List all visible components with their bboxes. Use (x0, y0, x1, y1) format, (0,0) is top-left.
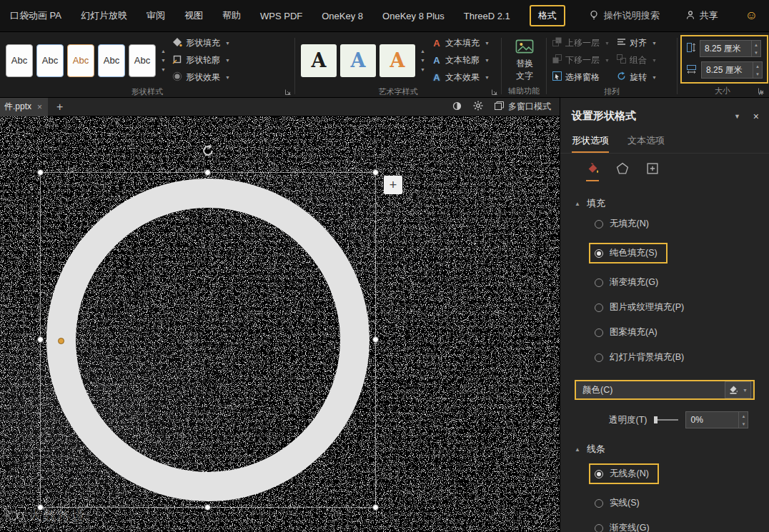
fill-section-header[interactable]: ▲ 填充 (575, 197, 769, 210)
send-backward-button[interactable]: 下移一层 ▼ (552, 53, 610, 67)
slide-canvas[interactable]: + 大数跨境 (0, 116, 560, 532)
shape-effects-button[interactable]: 形状效果 ▼ (170, 70, 232, 85)
theme-skin-icon[interactable] (452, 101, 462, 113)
watermark-logo-icon (4, 506, 24, 525)
transparency-slider[interactable] (654, 419, 678, 421)
align-button[interactable]: 对齐 ▼ (617, 36, 657, 50)
transparency-input[interactable]: 0% ▲▼ (685, 411, 748, 428)
resize-handle-middle-left[interactable] (37, 336, 44, 343)
shape-width-value: 8.25 厘米 (702, 62, 753, 78)
radio-unselected-icon (595, 278, 603, 287)
text-outline-button[interactable]: A 文本轮廓 ▼ (430, 53, 492, 68)
shape-style-tile[interactable]: Abc (36, 44, 64, 77)
gallery-down-icon[interactable]: ▼ (161, 58, 166, 64)
arrange-group-label: 排列 (604, 86, 620, 97)
resize-handle-bottom-center[interactable] (204, 504, 211, 511)
resize-handle-top-right[interactable] (372, 169, 379, 176)
menu-review[interactable]: 审阅 (147, 9, 165, 22)
panel-title: 设置形状格式 (572, 109, 723, 123)
resize-handle-top-left[interactable] (37, 169, 44, 176)
dialog-launcher-icon[interactable] (492, 88, 497, 96)
wordart-tile[interactable]: A (301, 44, 337, 77)
spin-up-icon[interactable]: ▲ (753, 62, 762, 70)
group-button[interactable]: 组合 ▼ (617, 53, 657, 67)
menu-threed[interactable]: ThreeD 2.1 (464, 11, 510, 21)
panel-dropdown-icon[interactable]: ▼ (734, 113, 740, 120)
line-option-gradient[interactable]: 渐变线(G) (595, 522, 769, 532)
smiley-feedback-icon[interactable]: ☺ (745, 9, 758, 23)
fill-option-slide-background[interactable]: 幻灯片背景填充(B) (595, 351, 769, 363)
menu-onekey8plus[interactable]: OneKey 8 Plus (382, 11, 445, 21)
line-option-solid[interactable]: 实线(S) (595, 497, 769, 509)
menu-view[interactable]: 视图 (184, 9, 203, 22)
line-section-header[interactable]: ▲ 线条 (575, 443, 769, 456)
menu-slideshow[interactable]: 幻灯片放映 (81, 9, 127, 22)
gallery-up-icon[interactable]: ▲ (161, 49, 166, 54)
close-tab-icon[interactable]: × (37, 102, 42, 112)
shape-width-input[interactable]: 8.25 厘米 ▲▼ (701, 61, 763, 79)
spin-up-icon[interactable]: ▲ (739, 412, 748, 420)
resize-handle-top-center[interactable] (204, 169, 211, 176)
multi-window-toggle[interactable]: 多窗口模式 (495, 101, 551, 113)
wordart-tile[interactable]: A (379, 44, 415, 77)
color-picker-button[interactable]: ▼ (725, 381, 751, 398)
text-effects-button[interactable]: A 文本效果 ▼ (430, 70, 492, 85)
fill-line-bucket-icon[interactable] (586, 162, 599, 181)
shape-outline-button[interactable]: 形状轮廓 ▼ (170, 53, 232, 68)
spin-down-icon[interactable]: ▼ (739, 420, 748, 428)
line-option-none[interactable]: 无线条(N) (589, 463, 769, 484)
tab-shape-options[interactable]: 形状选项 (572, 134, 609, 153)
adjust-handle[interactable] (58, 338, 64, 344)
fill-option-solid[interactable]: 纯色填充(S) (589, 243, 769, 264)
shape-style-tile[interactable]: Abc (98, 44, 125, 77)
resize-handle-middle-right[interactable] (372, 336, 379, 343)
fill-option-none[interactable]: 无填充(N) (595, 218, 769, 230)
ring-shape[interactable] (46, 179, 369, 501)
gallery-down-icon[interactable]: ▼ (420, 58, 425, 64)
menu-wps-pdf[interactable]: WPS PDF (260, 11, 302, 21)
gallery-more-icon[interactable]: ▼ (420, 67, 425, 73)
shape-height-input[interactable]: 8.25 厘米 ▲▼ (700, 40, 761, 57)
collapse-ribbon-icon[interactable]: ∧ (758, 89, 763, 96)
quick-add-button[interactable]: + (384, 176, 402, 194)
size-properties-icon[interactable] (646, 162, 659, 181)
selection-bounding-box[interactable] (41, 173, 375, 507)
resize-handle-bottom-right[interactable] (372, 504, 379, 511)
rotation-handle-icon[interactable] (202, 144, 214, 159)
shape-style-tile[interactable]: Abc (67, 44, 94, 77)
fill-option-pattern[interactable]: 图案填充(A) (595, 326, 769, 338)
shape-fill-button[interactable]: 形状填充 ▼ (170, 36, 232, 51)
line-option-label: 渐变线(G) (610, 522, 650, 532)
fill-option-picture[interactable]: 图片或纹理填充(P) (595, 301, 769, 313)
panel-close-icon[interactable]: × (753, 111, 759, 122)
shape-style-tile[interactable]: Abc (6, 44, 33, 77)
gallery-more-icon[interactable]: ▼ (161, 67, 166, 73)
radio-unselected-icon (595, 328, 603, 337)
text-fill-button[interactable]: A 文本填充 ▼ (430, 36, 492, 51)
menu-format[interactable]: 格式 (530, 5, 565, 26)
new-tab-button[interactable]: + (48, 101, 71, 114)
settings-gear-icon[interactable] (473, 101, 483, 113)
rotate-button[interactable]: 旋转 ▼ (617, 70, 657, 84)
bring-forward-button[interactable]: 上移一层 ▼ (552, 36, 610, 50)
dialog-launcher-icon[interactable] (285, 88, 291, 96)
document-tab[interactable]: 件.pptx × (0, 98, 48, 116)
slider-handle[interactable] (654, 416, 658, 423)
spin-down-icon[interactable]: ▼ (752, 49, 760, 56)
menu-onekey8[interactable]: OneKey 8 (322, 11, 363, 21)
menu-pocket-animation[interactable]: 口袋动画 PA (10, 9, 61, 22)
fill-option-gradient[interactable]: 渐变填充(G) (595, 276, 769, 288)
effects-pentagon-icon[interactable] (616, 162, 629, 181)
spin-down-icon[interactable]: ▼ (753, 70, 762, 78)
gallery-up-icon[interactable]: ▲ (420, 49, 425, 54)
spin-up-icon[interactable]: ▲ (752, 41, 760, 49)
color-picker-row[interactable]: 颜色(C) ▼ (575, 380, 755, 400)
wordart-tile[interactable]: A (340, 44, 376, 77)
tell-me-search[interactable]: 操作说明搜索 (589, 9, 660, 22)
selection-pane-button[interactable]: 选择窗格 (552, 70, 610, 84)
shape-style-tile[interactable]: Abc (129, 44, 156, 77)
menu-help[interactable]: 帮助 (222, 9, 241, 22)
share-button[interactable]: 共享 (685, 9, 718, 22)
tab-text-options[interactable]: 文本选项 (627, 134, 665, 153)
alt-text-button[interactable]: 替换 文字 (515, 39, 534, 81)
